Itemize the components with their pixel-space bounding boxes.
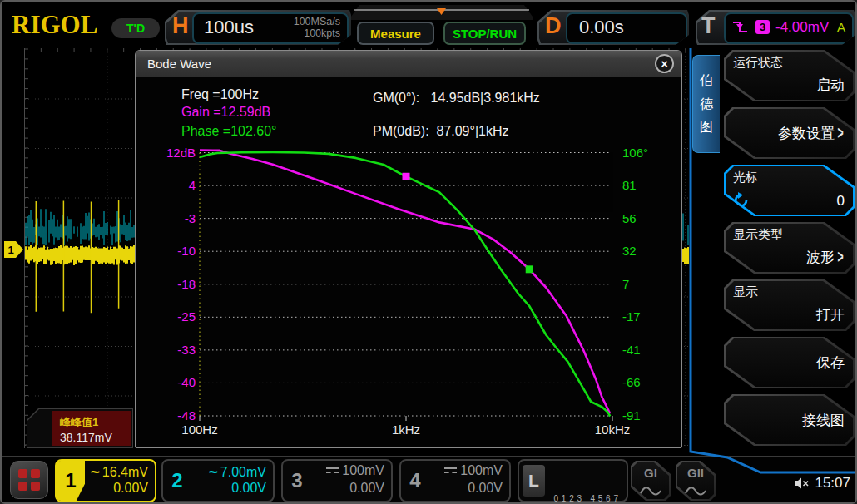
- generator-label: GI: [631, 466, 671, 480]
- menu-button[interactable]: [10, 461, 48, 499]
- trigger-source-badge: 3: [755, 20, 770, 34]
- softkey-value: 保存: [816, 353, 845, 373]
- measurement-value-box: 峰峰值1 38.117mV: [52, 411, 131, 446]
- phase-curve: [200, 152, 610, 417]
- horizontal-label: H: [172, 13, 189, 39]
- measure-button[interactable]: Measure: [357, 22, 434, 45]
- gain-axis-label: -25: [137, 309, 196, 324]
- timebase-box[interactable]: 100us 100MSa/s 100kpts: [192, 12, 349, 44]
- ac-coupling-icon: ~: [209, 463, 218, 481]
- softkey-value: 参数设置>: [778, 124, 845, 143]
- bode-plot: [136, 77, 683, 449]
- generator-2-button[interactable]: GII: [676, 461, 716, 501]
- channel-offset: 0.00V: [195, 481, 266, 496]
- softkey-param-setup[interactable]: 参数设置>: [724, 107, 855, 159]
- falling-edge-icon: [731, 18, 750, 35]
- delay-label: D: [545, 13, 562, 39]
- delay-box[interactable]: 0.00s: [566, 12, 687, 44]
- freq-axis-label: 100Hz: [166, 422, 233, 437]
- channel-number: 4: [401, 461, 429, 501]
- trigger-box[interactable]: 3 -4.00mV A: [724, 12, 854, 44]
- softkey-title: 显示类型: [733, 227, 783, 243]
- gain-axis-label: -10: [137, 244, 196, 258]
- phase-axis-label: 106°: [622, 146, 648, 160]
- softkey-active-corner: [827, 165, 855, 185]
- softkey-value: 波形>: [806, 248, 845, 267]
- gain-axis-label: -3: [137, 211, 196, 225]
- sample-rate: 100MSa/s: [294, 16, 340, 27]
- gm-marker: [526, 265, 533, 273]
- close-icon[interactable]: ×: [655, 54, 674, 73]
- timebase-value: 100us: [204, 17, 254, 38]
- softkey-display-type[interactable]: 显示类型波形>: [724, 222, 855, 274]
- dc-coupling-icon: [326, 467, 339, 473]
- softkey-cursor[interactable]: 光标0: [724, 165, 855, 216]
- softkey-save[interactable]: 保存: [724, 337, 855, 388]
- softkey-wiring-diagram[interactable]: 接线图: [724, 394, 855, 446]
- gain-axis-label: -40: [137, 375, 196, 389]
- gain-curve: [200, 151, 610, 414]
- channel-info: ~16.4mV0.00V: [88, 463, 148, 499]
- channel-info: ~7.00mV0.00V: [195, 463, 266, 499]
- trigger-label: T: [701, 13, 716, 39]
- gain-axis-label: -33: [137, 343, 196, 357]
- softkey-display[interactable]: 显示打开: [724, 279, 855, 331]
- softkey-menu: 伯德图 运行状态启动参数设置>光标0显示类型波形>显示打开保存接线图: [689, 47, 857, 456]
- gain-axis-label: 12dB: [137, 146, 196, 160]
- logic-analyzer-button[interactable]: L 0 1 2 3 4 5 6 7 8 9 10 11 12 13 14 15: [518, 459, 628, 502]
- measurement-panel-body: 峰峰值1 38.117mV: [27, 409, 132, 447]
- oscilloscope-screen: 1 峰峰值1 38.117mV Bode Wave × Freq =100Hz …: [0, 0, 857, 504]
- phase-axis-label: -17: [622, 309, 641, 324]
- phase-axis-label: 56: [622, 211, 637, 225]
- channel-1-button[interactable]: 1~16.4mV0.00V: [55, 459, 156, 502]
- softkey-run-state[interactable]: 运行状态启动: [724, 50, 855, 101]
- phase-axis-label: -41: [622, 343, 641, 357]
- stop-run-button[interactable]: STOP/RUN: [443, 22, 526, 45]
- channel-scale: 100mV: [433, 463, 503, 481]
- tab-bode-plot[interactable]: 伯德图: [692, 55, 720, 153]
- channel-3-button[interactable]: 3100mV0.00V: [281, 459, 393, 502]
- memory-depth: 100kpts: [294, 27, 340, 39]
- logic-channels: 0 1 2 3 4 5 6 7 8 9 10 11 12 13 14 15: [549, 467, 623, 504]
- chevron-right-icon: >: [837, 248, 843, 269]
- gain-axis-label: -48: [137, 408, 196, 422]
- channel-bar: 1~16.4mV0.00V2~7.00mV0.00V3100mV0.00V410…: [2, 456, 855, 504]
- channel-offset: 0.00V: [315, 481, 384, 496]
- channel-scale: ~7.00mV: [195, 463, 266, 481]
- dialog-title: Bode Wave: [147, 57, 211, 71]
- channel-info: 100mV0.00V: [433, 463, 503, 499]
- waveform-position-indicator[interactable]: [351, 5, 533, 20]
- pm-marker: [403, 173, 410, 180]
- ac-coupling-icon: ~: [91, 463, 100, 481]
- channel-4-button[interactable]: 4100mV0.00V: [399, 459, 511, 502]
- freq-axis-label: 10kHz: [579, 422, 646, 437]
- menu-grid-icon: [18, 469, 40, 491]
- channel-number: 2: [163, 461, 191, 501]
- softkey-title: 显示: [733, 284, 758, 300]
- clock-area: 15:07: [795, 475, 850, 492]
- gain-axis-label: 4: [137, 178, 196, 192]
- horizontal-block[interactable]: H 100us 100MSa/s 100kpts: [165, 10, 351, 45]
- channel-scale: 100mV: [315, 463, 384, 481]
- freq-axis-label: 1kHz: [373, 422, 439, 437]
- channel-number: 3: [283, 461, 311, 501]
- status-bar: RIGOL T'D H 100us 100MSa/s 100kpts Measu…: [2, 2, 855, 47]
- phase-axis-label: 32: [622, 244, 637, 258]
- logic-label: L: [523, 465, 545, 497]
- trigger-block[interactable]: T 3 -4.00mV A: [696, 10, 855, 45]
- dialog-title-bar[interactable]: Bode Wave ×: [136, 51, 681, 78]
- softkey-title: 运行状态: [733, 55, 783, 71]
- channel-2-button[interactable]: 2~7.00mV0.00V: [161, 459, 275, 502]
- speaker-muted-icon: [795, 477, 810, 490]
- measurement-panel[interactable]: 峰峰值1 38.117mV: [27, 408, 133, 448]
- channel-offset: 0.00V: [88, 481, 148, 496]
- softkey-title: 光标: [733, 170, 758, 185]
- delay-block[interactable]: D 0.00s: [537, 10, 689, 45]
- phase-axis-label: 7: [622, 277, 629, 291]
- delay-value: 0.00s: [579, 17, 624, 38]
- channel-info: 100mV0.00V: [315, 463, 384, 499]
- rotate-knob-icon: [732, 191, 750, 210]
- measurement-label: 峰峰值1: [60, 415, 98, 430]
- softkey-value: 打开: [816, 305, 845, 324]
- generator-1-button[interactable]: GI: [631, 461, 671, 501]
